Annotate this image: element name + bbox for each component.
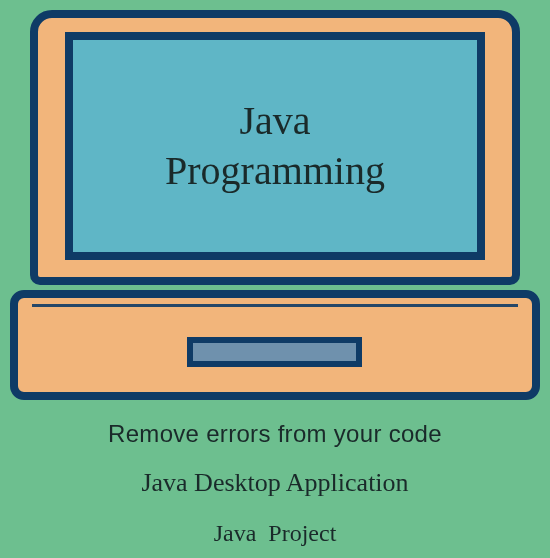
caption-section: Remove errors from your code Java Deskto… <box>0 420 550 547</box>
caption-line2: Java Desktop Application <box>0 468 550 498</box>
caption-line1: Remove errors from your code <box>0 420 550 448</box>
screen-title: Java Programming <box>165 96 385 196</box>
caption-line3: Java Project <box>0 520 550 547</box>
screen-text-line2: Programming <box>165 146 385 196</box>
laptop-screen: Java Programming <box>65 32 485 260</box>
laptop-illustration: Java Programming <box>0 0 550 405</box>
screen-text-line1: Java <box>165 96 385 146</box>
laptop-trackpad <box>187 337 362 367</box>
